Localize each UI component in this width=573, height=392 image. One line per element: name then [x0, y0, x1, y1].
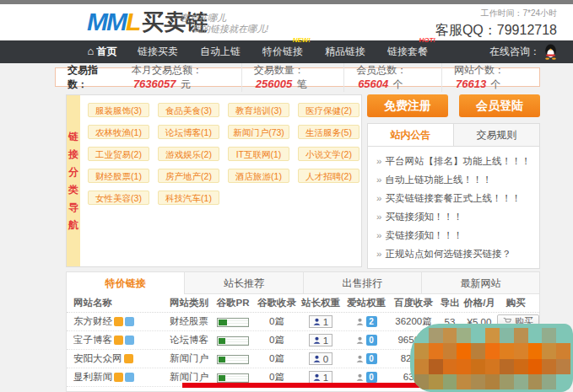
aizhan-weight-value: 2 [366, 316, 377, 327]
column-header: 价格/月 [462, 297, 497, 309]
home-icon: ⌂ [88, 45, 95, 57]
mosaic-cell [514, 374, 528, 389]
category-link[interactable]: 新闻门户(73) [228, 125, 289, 139]
google-pr-cell [210, 372, 256, 382]
person-icon [356, 336, 364, 344]
notice-item-text: 买链接须知！！！ [386, 212, 463, 222]
aizhan-weight-cell: 2 [343, 316, 389, 327]
notice-list: »平台网站【排名】功能上线！！！»自动上链功能上线！！！»买卖链链接套餐正式上线… [368, 147, 539, 268]
mosaic-cell [556, 343, 570, 358]
category-link[interactable]: 房产地产(2) [158, 169, 219, 183]
stat-value: 76613 [454, 78, 488, 90]
mosaic-cell [429, 343, 443, 358]
stats-bar: 交易指数： 本月交易总额：7636057 元交易数量：256005 笔会员总数：… [55, 67, 540, 87]
nav-item-5[interactable]: 精品链接 [314, 45, 376, 59]
censored-mosaic-overlay [410, 324, 573, 392]
category-link[interactable]: 游戏娱乐(2) [158, 147, 219, 161]
category-link[interactable]: 生活服务(5) [298, 125, 359, 139]
column-header: 谷歌收录 [256, 297, 298, 309]
nav-item-2[interactable]: 链接买卖 [127, 45, 189, 59]
stat-item: 网站个数：76613 个 [441, 63, 539, 92]
notice-item[interactable]: »平台网站【排名】功能上线！！！ [376, 152, 531, 170]
notice-item[interactable]: »自动上链功能上线！！！ [376, 170, 531, 189]
stat-item: 交易数量：256005 笔 [241, 63, 343, 92]
category-link[interactable]: 论坛博客(1) [158, 125, 219, 139]
site-name-link[interactable]: 安阳大众网 [73, 352, 122, 365]
notice-item[interactable]: »买卖链链接套餐正式上线！！！ [376, 189, 531, 207]
category-link[interactable]: 酒店旅游(1) [228, 169, 289, 183]
aizhan-weight-value: 0 [366, 372, 377, 383]
category-link[interactable]: 小说文学(2) [298, 147, 359, 161]
logo-mml-text: MML [87, 9, 139, 35]
nav-item-3[interactable]: 自动上链 [189, 45, 251, 59]
site-category-cell: 新闻门户 [168, 352, 210, 365]
notice-item[interactable]: »正规站点如何选链接买链接？ [376, 244, 531, 263]
site-name-link[interactable]: 显利新闻 [73, 371, 112, 384]
nav-item-4[interactable]: 特价链接NEW! [251, 45, 314, 59]
listing-tab[interactable]: 最新网站 [422, 272, 539, 294]
stat-unit: 元 [178, 78, 191, 90]
category-link[interactable]: 教育培训(3) [228, 103, 289, 117]
category-link[interactable]: 女性美容(3) [88, 191, 149, 205]
mosaic-cell [485, 374, 500, 389]
aizhan-weight-badge: 2 [356, 316, 377, 327]
stat-value: 256005 [254, 78, 294, 90]
site-category-cell: 新闻门户 [168, 371, 210, 384]
notice-item[interactable]: »卖链接须知！！！ [376, 226, 531, 244]
nav-item-1[interactable]: ⌂首页 [78, 45, 127, 59]
column-header: 网站名称 [73, 297, 168, 309]
chinaz-weight-value: 1 [323, 317, 328, 327]
nav-item-label: 在线咨询： [489, 45, 540, 59]
category-link[interactable]: 农林牧渔(1) [88, 125, 149, 139]
mosaic-cell [514, 359, 528, 374]
notice-tabs: 站内公告交易规则 [368, 124, 539, 147]
aizhan-weight-cell: 0 [343, 353, 389, 364]
category-link[interactable]: 食品美食(3) [158, 103, 219, 117]
category-link[interactable]: 科技汽车(1) [158, 191, 219, 205]
login-button[interactable]: 会员登陆 [459, 94, 540, 117]
nav-item-label: 自动上链 [200, 46, 241, 57]
stat-item: 本月交易总额：7636057 元 [120, 63, 241, 92]
category-link[interactable]: 医疗保健(2) [298, 103, 359, 117]
category-link[interactable]: 人才招聘(2) [298, 169, 359, 183]
notice-arrow-icon: » [376, 249, 381, 259]
mosaic-cell [429, 328, 443, 343]
notice-item[interactable]: »买链接须知！！！ [376, 207, 531, 226]
listing-tab[interactable]: 特价链接 [67, 272, 185, 294]
nav-new-badge: NEW! [293, 36, 311, 44]
mosaic-cell [414, 343, 429, 358]
register-button[interactable]: 免费注册 [367, 94, 448, 117]
site-name-link[interactable]: 宝子博客 [73, 334, 112, 346]
mosaic-cell [471, 374, 485, 389]
listing-tab[interactable]: 出售排行 [304, 272, 422, 294]
mosaic-cell [500, 328, 514, 343]
category-link[interactable]: IT互联网(1) [228, 147, 289, 161]
person-icon [313, 318, 321, 325]
table-header: 网站名称网站类别谷歌PR谷歌收录站长权重爱站权重百度收录导出价格/月购买 [67, 294, 539, 313]
category-link[interactable]: 服装服饰(3) [88, 103, 149, 117]
chinaz-weight-cell: 0 [298, 352, 343, 365]
notice-tab[interactable]: 交易规则 [454, 124, 539, 146]
listing-tab[interactable]: 站长推荐 [185, 272, 303, 294]
aizhan-weight-cell: 0 [343, 335, 389, 346]
chinaz-weight-cell: 1 [298, 371, 343, 384]
mosaic-cell [556, 374, 570, 389]
category-link[interactable]: 工业贸易(2) [88, 147, 149, 161]
stat-value: 65604 [356, 78, 390, 90]
promo-badge-icon [124, 354, 133, 363]
google-pr-cell [210, 316, 256, 326]
notice-tab[interactable]: 站内公告 [368, 124, 454, 146]
stats-items: 本月交易总额：7636057 元交易数量：256005 笔会员总数：65604 … [120, 63, 539, 92]
aizhan-weight-badge: 0 [356, 335, 377, 346]
site-category-cell: 财经股票 [168, 315, 210, 328]
nav-item-6[interactable]: 链接套餐HOT! [376, 45, 439, 59]
notice-arrow-icon: » [376, 175, 381, 185]
work-time-text: 工作时间：7*24小时 [435, 8, 557, 19]
notice-item-text: 买卖链链接套餐正式上线！！！ [386, 193, 522, 203]
chinaz-weight-badge: 0 [309, 352, 332, 365]
category-link[interactable]: 财经股票(1) [88, 169, 149, 183]
nav-item-7[interactable]: 在线咨询： [489, 44, 558, 60]
notice-item-text: 正规站点如何选链接买链接？ [386, 249, 512, 259]
right-column: 免费注册 会员登陆 站内公告交易规则 »平台网站【排名】功能上线！！！»自动上链… [367, 94, 540, 267]
site-name-link[interactable]: 东方财经 [73, 315, 112, 328]
